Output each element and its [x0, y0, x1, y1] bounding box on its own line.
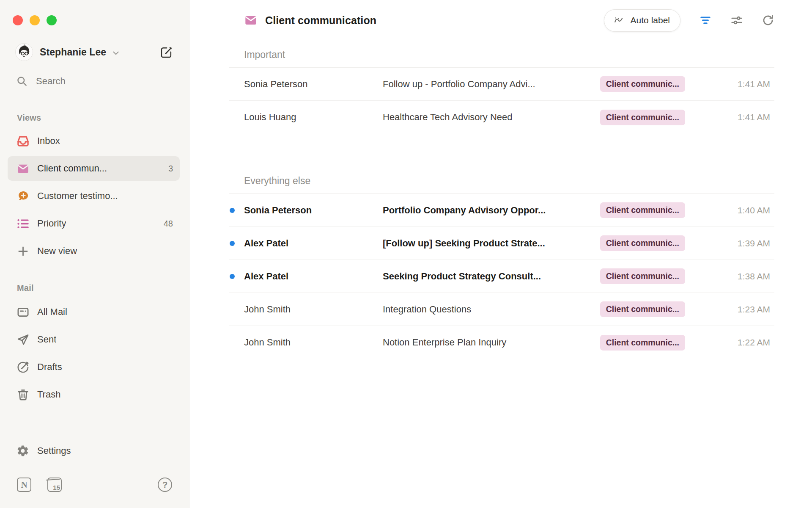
email-row[interactable]: Sonia Peterson Follow up - Portfolio Com… [229, 68, 774, 101]
avatar[interactable] [15, 43, 33, 61]
zoom-window-button[interactable] [47, 15, 57, 25]
sidebar-item-new-view[interactable]: New view [8, 239, 180, 263]
sidebar-item-all-mail[interactable]: All Mail [8, 300, 180, 324]
sidebar-item-client-communication[interactable]: Client commun... 3 [8, 156, 180, 181]
unread-dot [230, 274, 235, 279]
label-badge[interactable]: Client communic... [600, 301, 685, 317]
all-mail-icon [16, 306, 30, 319]
window-controls [0, 15, 189, 25]
compose-icon[interactable] [160, 46, 173, 59]
email-row[interactable]: John Smith Notion Enterprise Plan Inquir… [229, 326, 774, 359]
auto-label-button[interactable]: Auto label [604, 9, 680, 32]
priority-list-icon [16, 217, 30, 230]
email-time: 1:38 AM [700, 271, 770, 282]
sidebar: Stephanie Lee Search Views Inbox [0, 0, 189, 508]
views-section-label: Views [17, 113, 189, 123]
email-time: 1:23 AM [700, 304, 770, 315]
envelope-icon [244, 14, 258, 27]
sidebar-item-settings[interactable]: Settings [8, 439, 180, 463]
email-row[interactable]: Alex Patel Seeking Product Strategy Cons… [229, 260, 774, 293]
sidebar-item-inbox[interactable]: Inbox [8, 129, 180, 153]
unread-dot [230, 241, 235, 246]
auto-label-icon [613, 14, 625, 26]
priority-count-badge: 48 [164, 219, 173, 229]
email-time: 1:41 AM [700, 112, 770, 122]
page-title: Client communication [265, 14, 376, 27]
label-badge[interactable]: Client communic... [600, 268, 685, 284]
email-time: 1:39 AM [700, 238, 770, 248]
plus-icon [16, 245, 30, 257]
main-content: Client communication Auto label [189, 0, 812, 508]
label-badge[interactable]: Client communic... [600, 235, 685, 251]
envelope-icon [16, 162, 30, 175]
sidebar-item-sent[interactable]: Sent [8, 327, 180, 352]
help-icon[interactable]: ? [158, 478, 172, 492]
refresh-icon[interactable] [762, 14, 774, 27]
label-badge[interactable]: Client communic... [600, 335, 685, 351]
label-badge[interactable]: Client communic... [600, 202, 685, 218]
send-icon [16, 333, 30, 346]
draft-icon [16, 361, 30, 374]
close-window-button[interactable] [13, 15, 23, 25]
email-time: 1:41 AM [700, 79, 770, 89]
sidebar-item-priority[interactable]: Priority 48 [8, 211, 180, 236]
email-row[interactable]: Alex Patel [Follow up] Seeking Product S… [229, 227, 774, 260]
filter-icon[interactable] [699, 14, 712, 27]
account-name[interactable]: Stephanie Lee [40, 47, 106, 58]
unread-count-badge: 3 [168, 164, 173, 174]
email-time: 1:22 AM [700, 337, 770, 348]
sidebar-item-trash[interactable]: Trash [8, 382, 180, 407]
calendar-icon[interactable]: 15 [47, 478, 62, 492]
mail-nav: All Mail Sent Drafts [0, 293, 189, 410]
chat-plus-icon [16, 190, 30, 203]
sidebar-item-customer-testimonials[interactable]: Customer testimo... [8, 184, 180, 208]
notion-logo-icon[interactable]: N [17, 478, 31, 492]
inbox-icon [16, 135, 30, 148]
email-list: Important Sonia Peterson Follow up - Por… [229, 41, 774, 508]
email-row[interactable]: Louis Huang Healthcare Tech Advisory Nee… [229, 101, 774, 134]
group-title: Important [244, 49, 285, 60]
email-group-everything-else: Everything else Sonia Peterson Portfolio… [229, 167, 774, 359]
trash-icon [16, 388, 30, 401]
email-row[interactable]: John Smith Integration Questions Client … [229, 293, 774, 326]
sidebar-item-drafts[interactable]: Drafts [8, 355, 180, 379]
label-badge[interactable]: Client communic... [600, 110, 685, 125]
gear-icon [16, 444, 30, 457]
display-settings-icon[interactable] [730, 14, 743, 27]
chevron-down-icon[interactable] [111, 48, 121, 58]
email-time: 1:40 AM [700, 205, 770, 215]
views-nav: Inbox Client commun... 3 Customer testim… [0, 123, 189, 266]
search-icon [16, 75, 27, 87]
mail-section-label: Mail [17, 283, 189, 293]
minimize-window-button[interactable] [30, 15, 40, 25]
search-input[interactable]: Search [16, 75, 189, 87]
email-group-important: Important Sonia Peterson Follow up - Por… [229, 41, 774, 134]
unread-dot [230, 208, 235, 213]
email-row[interactable]: Sonia Peterson Portfolio Company Advisor… [229, 194, 774, 227]
group-title: Everything else [244, 175, 310, 186]
view-header: Client communication Auto label [229, 0, 774, 41]
label-badge[interactable]: Client communic... [600, 76, 685, 92]
